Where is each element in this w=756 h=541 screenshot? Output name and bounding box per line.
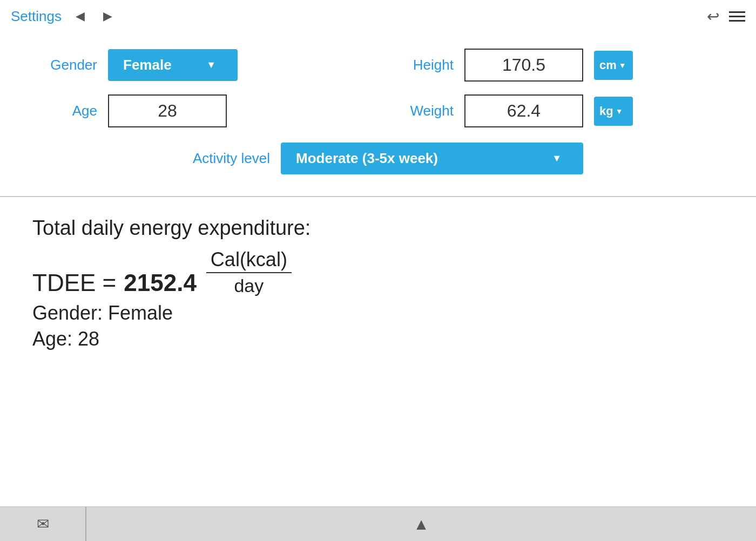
tdee-fraction: Cal(kcal) day	[206, 248, 292, 296]
tdee-value: 2152.4	[124, 269, 197, 296]
tdee-label: TDEE =	[32, 269, 116, 296]
activity-value: Moderate (3-5x week)	[296, 150, 438, 167]
activity-row: Activity level Moderate (3-5x week) ▼	[32, 143, 724, 174]
result-gender-line: Gender: Female	[32, 302, 724, 324]
top-bar: Settings ◀ ▶ ↩	[0, 0, 756, 32]
nav-back-button[interactable]: ◀	[71, 7, 89, 25]
weight-input[interactable]	[464, 94, 583, 127]
chevron-up-icon[interactable]: ▲	[413, 515, 429, 533]
result-title: Total daily energy expenditure:	[32, 217, 724, 240]
undo-button[interactable]: ↩	[707, 8, 719, 25]
gender-chevron-icon: ▼	[206, 59, 216, 71]
mail-icon[interactable]: ✉	[37, 515, 49, 533]
menu-button[interactable]	[729, 11, 745, 22]
height-unit-chevron-icon: ▼	[619, 61, 626, 70]
weight-row: Weight kg ▼	[400, 94, 724, 127]
bottom-bar: ✉ ▲	[0, 506, 756, 541]
gender-value: Female	[123, 57, 172, 73]
form-section: Gender Female ▼ Height cm ▼ Age Weight	[0, 32, 756, 191]
bottom-center: ▲	[86, 515, 756, 533]
nav-forward-button[interactable]: ▶	[99, 7, 117, 25]
activity-chevron-icon: ▼	[552, 153, 562, 164]
results-section: Total daily energy expenditure: TDEE = 2…	[0, 197, 756, 368]
height-unit-label: cm	[599, 58, 617, 72]
activity-dropdown[interactable]: Moderate (3-5x week) ▼	[281, 143, 583, 174]
height-label: Height	[400, 57, 454, 73]
activity-label: Activity level	[173, 150, 270, 167]
age-input[interactable]	[108, 94, 227, 127]
mail-button-area[interactable]: ✉	[0, 507, 86, 541]
gender-row: Gender Female ▼	[32, 49, 356, 81]
age-label: Age	[32, 103, 97, 119]
weight-label: Weight	[400, 103, 454, 119]
height-unit-button[interactable]: cm ▼	[594, 51, 633, 80]
height-input[interactable]	[464, 49, 583, 82]
tdee-numerator: Cal(kcal)	[206, 248, 292, 273]
age-row: Age	[32, 94, 356, 127]
form-grid: Gender Female ▼ Height cm ▼ Age Weight	[32, 49, 724, 174]
settings-label[interactable]: Settings	[11, 8, 62, 25]
weight-unit-button[interactable]: kg ▼	[594, 97, 633, 126]
gender-dropdown[interactable]: Female ▼	[108, 49, 238, 81]
height-row: Height cm ▼	[400, 49, 724, 82]
top-bar-left: Settings ◀ ▶	[11, 7, 707, 25]
top-bar-right: ↩	[707, 8, 745, 25]
weight-unit-chevron-icon: ▼	[616, 107, 623, 116]
gender-label: Gender	[32, 57, 97, 73]
tdee-denominator: day	[234, 273, 264, 296]
result-age-line: Age: 28	[32, 328, 724, 351]
weight-unit-label: kg	[599, 104, 613, 118]
tdee-row: TDEE = 2152.4 Cal(kcal) day	[32, 248, 724, 296]
